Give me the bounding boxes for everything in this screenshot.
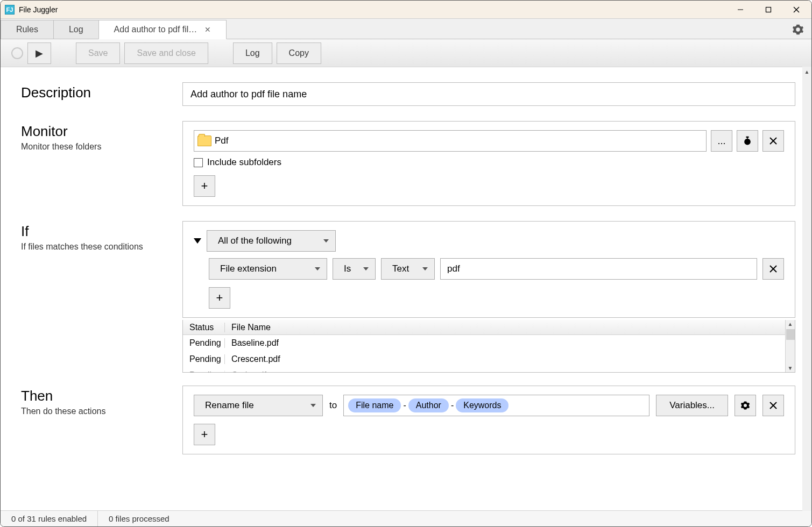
close-icon — [793, 6, 800, 13]
table-row[interactable]: Pending Baseline.pdf — [183, 335, 795, 351]
table-row[interactable]: Pending Crescent.pdf — [183, 351, 795, 367]
include-subfolders-checkbox[interactable] — [194, 158, 203, 167]
svg-rect-1 — [766, 7, 771, 12]
matches-table: Status File Name Pending Baseline.pdf Pe… — [182, 320, 795, 373]
tab-log-label: Log — [69, 25, 83, 34]
add-folder-button[interactable]: + — [194, 175, 215, 197]
condition-attribute-select[interactable]: File extension — [209, 258, 327, 280]
monitor-row: Monitor Monitor these folders Pdf ... — [21, 121, 795, 206]
table-scrollbar[interactable]: ▲ ▼ — [785, 320, 795, 372]
stopwatch-icon — [742, 136, 753, 146]
close-icon — [769, 265, 778, 273]
folder-path-text: Pdf — [215, 136, 229, 146]
monitor-label: Monitor — [21, 123, 182, 140]
description-label: Description — [21, 84, 182, 101]
col-status-header[interactable]: Status — [183, 323, 225, 332]
minimize-button[interactable] — [726, 1, 754, 18]
save-close-button[interactable]: Save and close — [124, 42, 208, 64]
remove-condition-button[interactable] — [762, 258, 784, 280]
action-settings-button[interactable] — [735, 395, 756, 416]
scroll-down-icon[interactable]: ▼ — [788, 364, 793, 372]
copy-button[interactable]: Copy — [277, 42, 321, 64]
to-label: to — [329, 400, 337, 411]
tab-close-icon[interactable]: ✕ — [204, 25, 211, 34]
close-icon — [769, 137, 778, 145]
add-condition-button[interactable]: + — [209, 287, 230, 309]
token-filename[interactable]: File name — [348, 398, 401, 412]
if-label: If — [21, 223, 182, 240]
minimize-icon — [737, 6, 744, 13]
tab-active-rule[interactable]: Add author to pdf fil… ✕ — [98, 20, 227, 39]
settings-button[interactable] — [792, 20, 811, 39]
content-area: Description Monitor Monitor these folder… — [1, 67, 811, 510]
group-operator-select[interactable]: All of the following — [207, 230, 336, 252]
token-keywords[interactable]: Keywords — [456, 398, 509, 412]
browse-button[interactable]: ... — [711, 130, 732, 152]
token-author[interactable]: Author — [408, 398, 449, 412]
gear-icon — [740, 401, 750, 410]
tab-rules-label: Rules — [16, 25, 38, 34]
table-row[interactable]: Pending Curio.pdf — [183, 367, 795, 373]
vertical-scrollbar[interactable]: ▲ — [802, 67, 811, 511]
save-button[interactable]: Save — [76, 42, 120, 64]
close-icon — [769, 401, 778, 410]
statusbar: 0 of 31 rules enabled 0 files processed — [1, 510, 811, 526]
then-sub: Then do these actions — [21, 407, 182, 416]
description-row: Description — [21, 82, 795, 106]
gear-icon — [792, 24, 804, 35]
timer-button[interactable] — [737, 130, 758, 152]
scroll-thumb[interactable] — [786, 329, 795, 340]
collapse-toggle[interactable] — [194, 238, 201, 244]
run-button[interactable]: ▶ — [27, 42, 51, 64]
variables-button[interactable]: Variables... — [656, 395, 728, 416]
if-panel: All of the following File extension Is T… — [182, 221, 795, 318]
then-row: Then Then do these actions Rename file t… — [21, 386, 795, 454]
svg-point-4 — [744, 139, 751, 145]
folder-path[interactable]: Pdf — [194, 130, 707, 152]
then-panel: Rename file to File name - Author - Keyw… — [182, 386, 795, 454]
status-files: 0 files processed — [98, 511, 180, 526]
remove-action-button[interactable] — [762, 395, 784, 416]
scroll-up-icon[interactable]: ▲ — [802, 67, 811, 76]
maximize-button[interactable] — [754, 1, 782, 18]
monitor-panel: Pdf ... Include subfolders + — [182, 121, 795, 206]
maximize-icon — [765, 6, 772, 13]
condition-type-select[interactable]: Text — [381, 258, 435, 280]
log-button[interactable]: Log — [233, 42, 272, 64]
titlebar: FJ File Juggler — [1, 1, 811, 19]
tab-log[interactable]: Log — [53, 20, 99, 39]
condition-operator-select[interactable]: Is — [333, 258, 376, 280]
action-select[interactable]: Rename file — [194, 395, 323, 416]
tab-active-label: Add author to pdf fil… — [114, 25, 197, 34]
app-icon: FJ — [5, 5, 15, 15]
if-row: If If files matches these conditions All… — [21, 221, 795, 373]
status-rules: 0 of 31 rules enabled — [1, 511, 98, 526]
add-action-button[interactable]: + — [194, 424, 215, 445]
scroll-up-icon[interactable]: ▲ — [788, 320, 793, 328]
include-subfolders-label: Include subfolders — [207, 157, 281, 168]
folder-icon — [197, 136, 211, 146]
monitor-sub: Monitor these folders — [21, 142, 182, 152]
col-filename-header[interactable]: File Name — [225, 323, 795, 332]
toolbar: ▶ Save Save and close Log Copy — [1, 39, 811, 67]
then-label: Then — [21, 388, 182, 404]
status-indicator — [11, 47, 23, 59]
description-input[interactable] — [182, 82, 795, 106]
tabbar: Rules Log Add author to pdf fil… ✕ — [1, 19, 811, 39]
svg-rect-6 — [747, 137, 748, 139]
close-button[interactable] — [782, 1, 810, 18]
remove-folder-button[interactable] — [762, 130, 784, 152]
tab-rules[interactable]: Rules — [1, 20, 54, 39]
condition-value-input[interactable] — [440, 258, 757, 280]
if-sub: If files matches these conditions — [21, 242, 182, 252]
rename-pattern-input[interactable]: File name - Author - Keywords — [343, 395, 649, 416]
window-title: File Juggler — [19, 5, 58, 14]
